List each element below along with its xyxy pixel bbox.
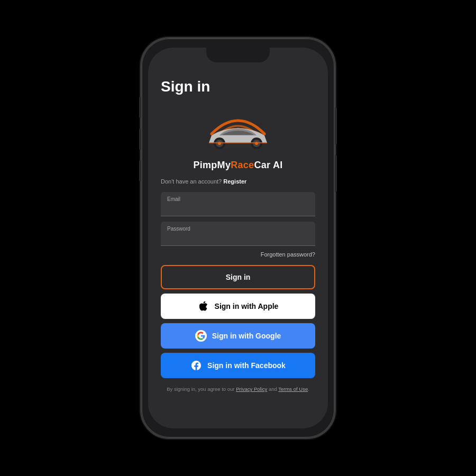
apple-signin-button[interactable]: Sign in with Apple (161, 294, 315, 319)
app-name: PimpMyRaceCar AI (193, 160, 282, 171)
screen-content: Sign in (148, 48, 328, 428)
phone-notch (206, 48, 270, 62)
svg-point-3 (218, 142, 221, 145)
email-input-wrapper: Email (161, 192, 315, 216)
privacy-policy-link[interactable]: Privacy Policy (236, 386, 267, 392)
forgotten-password-link[interactable]: Forgotten password? (161, 251, 315, 258)
signin-button[interactable]: Sign in (161, 265, 315, 289)
register-prompt: Don't have an account? Register (161, 178, 315, 185)
terms-text: By signing in, you agree to our Privacy … (161, 386, 315, 393)
google-icon (195, 330, 207, 342)
email-input[interactable] (161, 192, 315, 216)
facebook-signin-button[interactable]: Sign in with Facebook (161, 353, 315, 378)
register-link[interactable]: Register (223, 178, 246, 185)
app-logo (196, 105, 280, 158)
facebook-icon (190, 360, 202, 371)
phone-screen: Sign in (148, 48, 328, 428)
apple-icon (198, 300, 209, 312)
svg-point-6 (255, 142, 258, 145)
phone-frame: Sign in (140, 37, 336, 439)
password-input[interactable] (161, 222, 315, 245)
terms-of-use-link[interactable]: Terms of Use (278, 386, 308, 392)
logo-area: PimpMyRaceCar AI (161, 105, 315, 171)
google-signin-button[interactable]: Sign in with Google (161, 323, 315, 349)
page-title: Sign in (161, 78, 315, 95)
password-input-wrapper: Password (161, 222, 315, 246)
